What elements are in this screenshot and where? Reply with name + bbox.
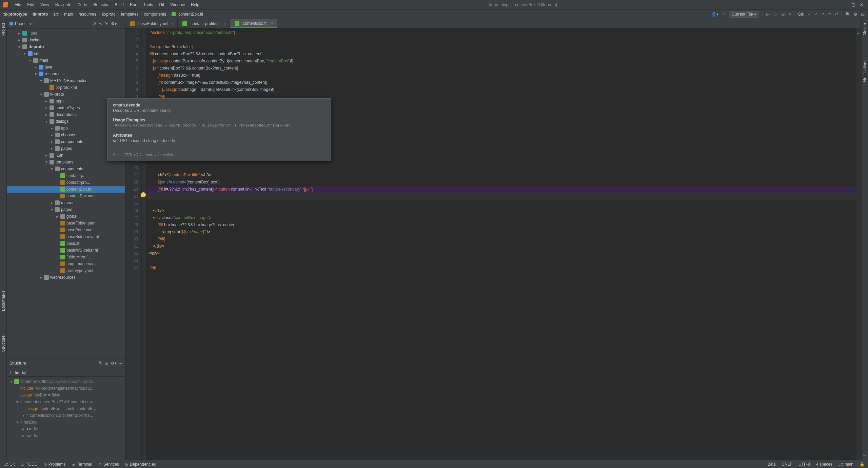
menu-edit[interactable]: Edit <box>24 2 37 7</box>
project-view-dropdown[interactable]: ▾ <box>29 21 32 26</box>
tree-item[interactable]: ▾tk-proto <box>7 43 125 50</box>
project-tool-tab[interactable]: Project <box>0 21 6 38</box>
menu-view[interactable]: View <box>37 2 52 7</box>
tab-close-icon[interactable]: × <box>224 21 226 26</box>
struct-settings-icon[interactable]: ⚙▾ <box>111 361 117 366</box>
status-problems[interactable]: ⊘ Problems <box>44 462 66 467</box>
status-todo[interactable]: ☑ TODO <box>21 462 37 467</box>
file-encoding[interactable]: UTF-8 <box>798 462 810 467</box>
tree-item[interactable]: prototype.yaml <box>7 267 125 274</box>
structure-item[interactable]: assigncontentBox = cmsfn.contentB... <box>7 405 125 412</box>
tree-item[interactable]: ▾pages <box>7 206 125 213</box>
tree-item[interactable]: contentBox.ftl <box>7 186 125 193</box>
menu-code[interactable]: Code <box>74 2 90 7</box>
tree-item[interactable]: contentBox.yaml <box>7 193 125 199</box>
tab-close-icon[interactable]: × <box>271 21 273 26</box>
menu-run[interactable]: Run <box>127 2 140 7</box>
crumb[interactable]: main <box>64 12 73 17</box>
menu-file[interactable]: File <box>12 2 24 7</box>
crumb[interactable]: resources <box>78 12 96 17</box>
tree-item[interactable]: ▾resources <box>7 71 125 77</box>
collapse-icon[interactable]: ⇲ <box>105 361 108 366</box>
structure-item[interactable]: ▸<>div <box>7 426 125 432</box>
locate-icon[interactable]: ⊙ <box>93 21 96 26</box>
tree-item[interactable]: basicWSidebar.ftl <box>7 247 125 254</box>
error-stripe[interactable]: ✓ <box>856 28 861 460</box>
search-icon[interactable]: 🔍 <box>845 12 850 17</box>
line-separator[interactable]: CRLF <box>782 462 792 467</box>
git-branch[interactable]: ⎇ main <box>839 462 853 467</box>
editor-tab[interactable]: baseFolder.yaml× <box>125 19 178 28</box>
git-update-icon[interactable]: ✓ <box>808 12 811 17</box>
filter-icon[interactable]: ▣ <box>15 370 19 375</box>
structure-item[interactable]: include"/tk-proto/templates/macros/bu... <box>7 385 125 392</box>
hide-icon[interactable]: ─ <box>119 21 122 26</box>
sort-icon[interactable]: ↕ <box>9 370 12 375</box>
structure-tool-tab[interactable]: Structure <box>0 333 6 354</box>
run-icon[interactable]: ▶ <box>766 12 769 17</box>
intention-bulb-icon[interactable] <box>141 192 146 197</box>
struct-hide-icon[interactable]: ─ <box>119 361 122 366</box>
m-logo-icon[interactable]: m <box>863 452 866 457</box>
menu-git[interactable]: Git <box>156 2 167 7</box>
back-icon[interactable]: ↶ <box>722 12 725 17</box>
menu-help[interactable]: Help <box>188 2 202 7</box>
tree-item[interactable]: ▸macros <box>7 199 125 206</box>
structure-item[interactable]: assignhasBox = false <box>7 392 125 398</box>
tree-item[interactable]: basic.ftl <box>7 240 125 247</box>
status-terminal[interactable]: ▣ Terminal <box>72 462 92 467</box>
menu-refactor[interactable]: Refactor <box>90 2 112 7</box>
run-config-select[interactable]: Current File ▾ <box>729 11 759 18</box>
structure-item[interactable]: ▾ifhasBox <box>7 419 125 426</box>
maximize-icon[interactable]: ▢ <box>851 2 855 7</box>
tree-item[interactable]: ▸docker <box>7 37 125 43</box>
editor-tab[interactable]: contact-profile.ftl× <box>178 19 230 28</box>
crumb[interactable]: tk-prototype <box>3 12 27 17</box>
expand-icon[interactable]: ⇱ <box>99 361 102 366</box>
tree-item[interactable]: contact-p... <box>7 172 125 179</box>
structure-item[interactable]: ▾ifcontent.contentBox?? && content.con..… <box>7 398 125 405</box>
structure-item[interactable]: ▸<>div <box>7 432 125 439</box>
crumb[interactable]: contentBox.ftl <box>178 12 203 17</box>
lock-icon[interactable]: 🔒 <box>860 462 865 467</box>
menu-build[interactable]: Build <box>112 2 127 7</box>
coverage-icon[interactable]: ▣ <box>781 12 785 17</box>
minimize-icon[interactable]: ─ <box>844 2 847 7</box>
git-commit-icon[interactable]: ✓ <box>814 12 818 17</box>
tree-item[interactable]: ▸global <box>7 213 125 220</box>
close-icon[interactable]: ✕ <box>860 2 863 7</box>
tree-item[interactable]: baseSidebar.yaml <box>7 233 125 240</box>
tree-item[interactable]: contact-pro... <box>7 179 125 186</box>
menu-navigate[interactable]: Navigate <box>52 2 74 7</box>
tree-icon[interactable]: ▤ <box>22 370 26 375</box>
tree-item[interactable]: ▸java <box>7 64 125 71</box>
crumb[interactable]: tk-proto <box>33 12 48 17</box>
tab-close-icon[interactable]: × <box>172 21 174 26</box>
tree-item[interactable]: ▸webresources <box>7 274 125 281</box>
settings-icon[interactable]: ⚙ <box>854 12 857 17</box>
project-tree[interactable]: ▸.idea▸docker▾tk-proto▾src▾main▸java▾res… <box>7 28 125 358</box>
debug-icon[interactable]: 🐞 <box>773 12 778 17</box>
status-dependencies[interactable]: ⊞ Dependencies <box>125 462 156 467</box>
structure-tree[interactable]: ▾contentBox.ftl D:\java\workspace\tk-pro… <box>7 377 125 460</box>
git-push-icon[interactable]: ↗ <box>821 12 825 17</box>
tree-item[interactable]: baseFolder.yaml <box>7 220 125 227</box>
status-git[interactable]: ⎇ Git <box>3 462 15 467</box>
user-icon[interactable]: 👤▾ <box>711 12 718 17</box>
status-services[interactable]: ⚙ Services <box>98 462 119 467</box>
toolbox-icon[interactable]: ▤ <box>861 12 865 17</box>
menu-window[interactable]: Window <box>167 2 188 7</box>
bookmarks-tool-tab[interactable]: Bookmarks <box>0 289 6 313</box>
crumb[interactable]: tk-proto <box>102 12 116 17</box>
tree-item[interactable]: ▸.idea <box>7 30 125 37</box>
tree-item[interactable]: pageImage.yaml <box>7 260 125 267</box>
structure-item[interactable]: ▾ifcontentBox?? && contentBox?ha... <box>7 412 125 419</box>
expand-all-icon[interactable]: ⇱ <box>99 21 102 26</box>
crumb[interactable]: components <box>144 12 166 17</box>
editor-tab[interactable]: contentBox.ftl× <box>230 19 277 28</box>
stop-icon[interactable]: ■ <box>788 12 791 17</box>
crumb[interactable]: src <box>53 12 59 17</box>
tree-item[interactable]: ▾components <box>7 165 125 172</box>
tree-item[interactable]: ▾META-INF.magnolia <box>7 77 125 84</box>
tree-item[interactable]: ▾tk-proto <box>7 91 125 98</box>
